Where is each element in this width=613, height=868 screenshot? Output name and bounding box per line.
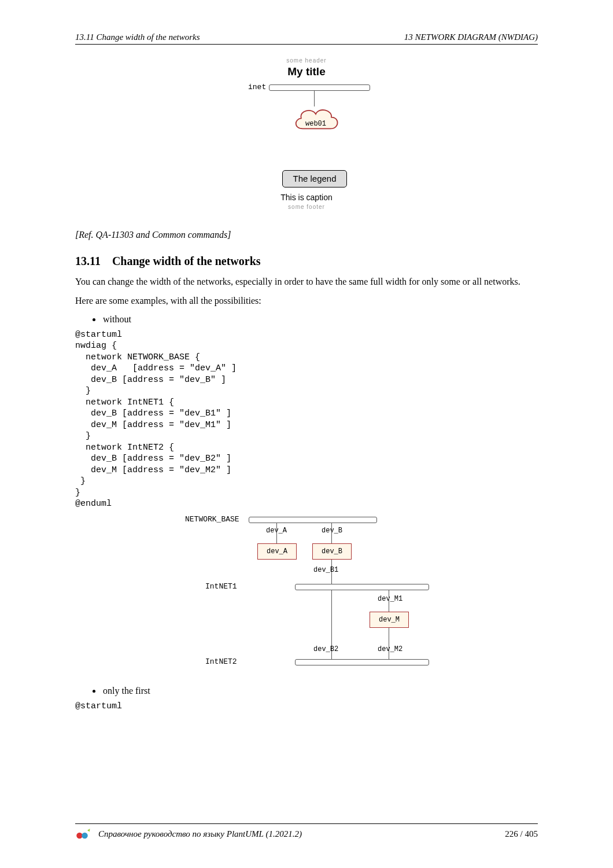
network-bar	[295, 584, 429, 590]
svg-point-0	[76, 833, 83, 839]
network-label-base: NETWORK_BASE	[185, 515, 239, 524]
footer-title: Справочное руководство по языку PlantUML…	[98, 829, 302, 839]
bullet-list: without	[75, 314, 538, 325]
section-heading: 13.11 Change width of the networks	[75, 255, 538, 268]
network-bar	[249, 517, 377, 523]
bullet-list: only the first	[75, 686, 538, 696]
running-header: 13.11 Change width of the networks 13 NE…	[75, 32, 538, 45]
cloud-label: web01	[290, 120, 342, 128]
section-paragraph: Here are some examples, with all the pos…	[75, 295, 538, 307]
section-paragraph: You can change the width of the networks…	[75, 276, 538, 288]
connector-line	[276, 523, 277, 543]
runhead-left: 13.11 Change width of the networks	[75, 32, 200, 42]
code-block: @startuml nwdiag { network NETWORK_BASE …	[75, 329, 538, 510]
section-title: Change width of the networks	[112, 255, 261, 267]
section-number: 13.11	[75, 255, 101, 267]
footer-left: Справочное руководство по языку PlantUML…	[75, 827, 302, 840]
plantuml-logo-icon	[75, 827, 93, 840]
node-dev-m: dev_M	[370, 612, 409, 628]
diagram-title-text: My title	[246, 65, 367, 78]
address-label: dev_B2	[313, 645, 338, 653]
connector-line	[331, 523, 332, 543]
node-dev-a: dev_A	[257, 543, 297, 560]
page-footer: Справочное руководство по языку PlantUML…	[75, 823, 538, 840]
runhead-right: 13 NETWORK DIAGRAM (NWDIAG)	[404, 32, 538, 42]
network-label-inet: inet	[248, 83, 266, 91]
code-block: @startuml	[75, 701, 538, 712]
address-label: dev_B1	[313, 566, 338, 574]
list-item: without	[102, 314, 538, 325]
list-item: only the first	[102, 686, 538, 696]
network-label-intnet1: IntNET1	[205, 582, 237, 591]
legend-box: The legend	[282, 170, 347, 187]
diagram-nwdiag-three-networks: NETWORK_BASE dev_A dev_B dev_A dev_B dev…	[185, 514, 428, 682]
node-dev-b: dev_B	[312, 543, 352, 560]
diagram-header-text: some header	[246, 57, 367, 64]
connector-line	[389, 590, 389, 612]
address-label: dev_M1	[378, 595, 402, 603]
reference-note: [Ref. QA-11303 and Common commands]	[75, 230, 538, 240]
cloud-node: web01	[290, 104, 342, 137]
page-number: 226 / 405	[505, 829, 538, 839]
address-label: dev_M2	[378, 645, 402, 653]
diagram-footer-text: some footer	[246, 204, 367, 210]
network-bar	[269, 84, 370, 91]
address-label: dev_B	[322, 527, 342, 535]
diagram-nwdiag-title-legend: some header My title inet web01 The lege…	[246, 57, 367, 225]
network-bar	[295, 659, 429, 665]
network-label-intnet2: IntNET2	[205, 657, 237, 666]
connector-line	[389, 628, 389, 659]
svg-point-1	[82, 833, 88, 839]
diagram-caption: This is caption	[246, 193, 367, 202]
